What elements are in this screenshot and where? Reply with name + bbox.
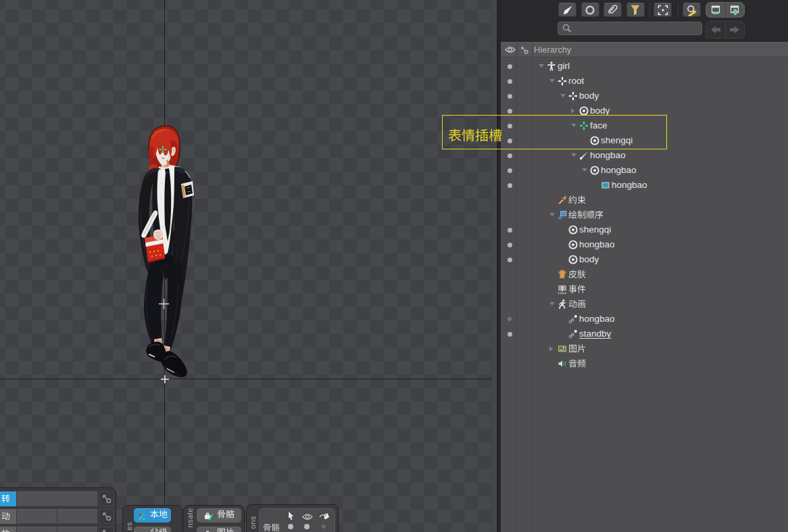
visibility-dot[interactable] (508, 317, 512, 321)
expander-open-icon[interactable] (539, 64, 544, 68)
transform-row-label[interactable] (0, 491, 16, 506)
tree-label[interactable]: hongbao (579, 239, 615, 249)
expander-closed-icon[interactable] (549, 346, 553, 352)
expander-closed-icon[interactable] (571, 108, 574, 114)
keyframe-button[interactable] (99, 509, 114, 524)
expander-open-icon[interactable] (560, 94, 566, 97)
tree-label[interactable]: root (568, 76, 584, 86)
keyframe-button[interactable] (99, 491, 114, 506)
expand-all-button[interactable] (725, 3, 745, 17)
tree-label[interactable] (568, 195, 586, 207)
tree-row-图片[interactable] (501, 341, 788, 356)
tree-label[interactable]: hongbao (579, 314, 615, 324)
tree-row-hongbao[interactable]: hongbao (501, 163, 788, 178)
zoom-edit-tool-button[interactable] (683, 3, 701, 17)
expander-open-icon[interactable] (549, 213, 555, 216)
funnel-filter-icon (629, 4, 641, 16)
scene-viewport[interactable] (0, 0, 493, 532)
options-panel: ons (246, 504, 339, 532)
transform-value-field[interactable] (17, 527, 57, 532)
character-sprite[interactable] (128, 122, 203, 389)
forward-button[interactable] (725, 22, 745, 38)
expander-open-icon[interactable] (571, 153, 576, 157)
expander-open-icon[interactable] (549, 79, 555, 82)
tree-label[interactable] (568, 299, 586, 311)
transform-row-label[interactable] (0, 527, 16, 532)
tree-label[interactable] (568, 270, 586, 281)
tree-label[interactable]: standby (579, 329, 611, 339)
tree-label[interactable]: hongbao (590, 150, 626, 160)
tree-label[interactable]: shengqi (579, 224, 611, 235)
name-tag-icon[interactable] (319, 512, 330, 522)
back-button[interactable] (706, 22, 725, 38)
focus-tool-button[interactable] (654, 3, 672, 17)
visibility-dot[interactable] (508, 153, 512, 158)
filter-tool-button[interactable] (626, 3, 645, 17)
attachment-tool-button[interactable] (604, 3, 622, 17)
transform-value-field[interactable] (57, 527, 97, 532)
tree-row-hongbao[interactable]: hongbao (501, 148, 788, 163)
transform-value-field[interactable] (57, 509, 97, 524)
axes-local-button[interactable] (134, 508, 171, 523)
slot-icon (590, 166, 599, 175)
tree-row-hongbao[interactable]: hongbao (501, 312, 788, 327)
tree-row-hongbao[interactable]: hongbao (501, 178, 788, 193)
tree-label[interactable]: body (579, 91, 599, 101)
bone-tool-button[interactable] (558, 3, 576, 17)
compensate-images-button[interactable] (197, 527, 241, 532)
visibility-dot[interactable] (508, 64, 512, 69)
tree-row-绘制顺序[interactable] (501, 208, 788, 222)
tree-row-约束[interactable] (501, 193, 788, 208)
expander-open-icon[interactable] (582, 168, 587, 172)
tree-search-box[interactable] (558, 22, 702, 35)
tree-row-root[interactable]: root (501, 74, 788, 89)
tree-row-皮肤[interactable] (501, 267, 788, 282)
bones-nametag-dot[interactable] (322, 525, 326, 529)
key-column-icon[interactable] (520, 45, 529, 55)
visibility-dot[interactable] (508, 228, 512, 233)
visibility-dot[interactable] (508, 109, 512, 114)
visibility-dot[interactable] (508, 243, 512, 247)
tree-label[interactable] (568, 344, 586, 356)
transform-value-field[interactable] (17, 509, 57, 524)
visibility-dot[interactable] (508, 258, 512, 262)
slot-tool-button[interactable] (581, 3, 599, 17)
tree-row-动画[interactable] (501, 297, 788, 312)
collapse-all-button[interactable] (706, 3, 725, 17)
tree-label[interactable] (568, 359, 586, 370)
tree-label[interactable] (568, 210, 604, 222)
tree-label[interactable]: girl (558, 61, 570, 71)
axes-tab-label: es (125, 522, 133, 531)
tree-row-shengqi[interactable]: shengqi (501, 222, 788, 237)
tree-row-body[interactable]: body (501, 89, 788, 103)
tree-row-girl[interactable]: girl (501, 59, 788, 74)
tree-label[interactable]: body (590, 105, 610, 116)
tree-row-standby[interactable]: standby (501, 327, 788, 341)
tree-row-音频[interactable] (501, 356, 788, 371)
search-input[interactable] (572, 24, 694, 33)
keyframe-button[interactable] (99, 527, 114, 532)
visibility-column-eye-icon[interactable] (505, 45, 516, 54)
visibility-dot[interactable] (508, 183, 512, 188)
axes-parent-button[interactable] (134, 527, 171, 532)
tree-row-body[interactable]: body (501, 252, 788, 267)
visibility-dot[interactable] (508, 332, 512, 337)
tree-label[interactable] (568, 285, 586, 296)
compensate-bones-button[interactable] (197, 508, 241, 523)
visible-eye-icon[interactable] (302, 512, 313, 521)
bones-visible-dot[interactable] (304, 524, 310, 529)
select-cursor-icon[interactable] (287, 511, 295, 521)
transform-value-field[interactable] (17, 491, 97, 506)
transform-row-label[interactable] (0, 509, 16, 524)
tree-row-hongbao[interactable]: hongbao (501, 237, 788, 252)
tree-row-事件[interactable] (501, 282, 788, 297)
tree-label[interactable]: hongbao (601, 165, 637, 175)
shirt-icon (558, 270, 567, 279)
bones-selectable-dot[interactable] (288, 524, 293, 529)
visibility-dot[interactable] (508, 79, 512, 84)
expander-open-icon[interactable] (549, 302, 555, 306)
tree-label[interactable]: body (579, 254, 599, 264)
tree-label[interactable]: hongbao (612, 180, 647, 190)
visibility-dot[interactable] (508, 168, 512, 173)
visibility-dot[interactable] (508, 94, 512, 99)
